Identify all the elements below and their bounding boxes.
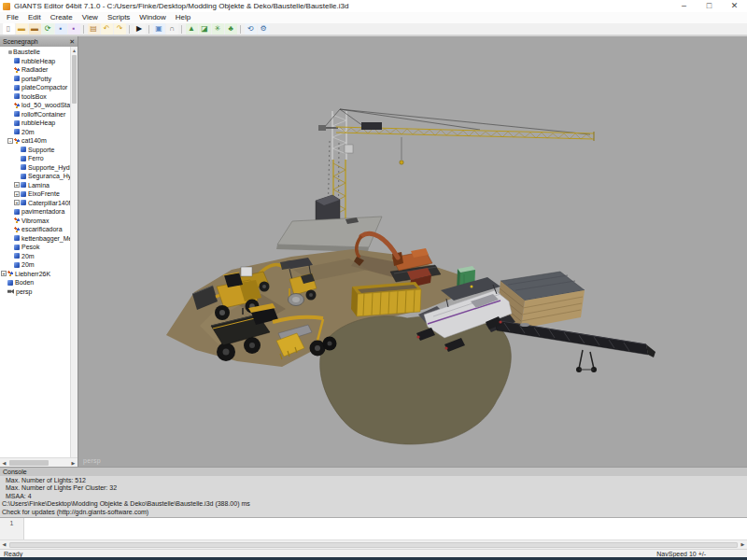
maximize-button[interactable]: □ [697,0,722,12]
undo-button[interactable]: ↶ [101,23,113,35]
scenegraph-node-radlader[interactable]: Radlader [0,65,70,75]
paste-button[interactable]: ▤ [88,23,100,35]
scenegraph-node-platecompactor[interactable]: plateCompactor [0,83,70,92]
expand-icon[interactable]: + [1,271,7,276]
scenegraph-horizontal-scrollbar[interactable]: ◀ ▶ [0,457,78,467]
terrain-detail-button[interactable]: ♣ [225,23,237,35]
scenegraph-node-supporte-hydraulic[interactable]: Supporte_Hydraulic [0,163,70,173]
transform-group-icon [14,138,20,144]
menu-create[interactable]: Create [46,12,78,23]
scenegraph-node-pavimentadora[interactable]: pavimentadora [0,207,70,217]
scroll-left-icon[interactable]: ◀ [0,460,8,466]
menu-scripts[interactable]: Scripts [103,12,134,23]
scenegraph-node-persp[interactable]: persp [0,287,70,297]
expand-icon[interactable]: + [14,182,20,188]
shape-node-icon [21,191,26,197]
scenegraph-node-escarificadora[interactable]: escarificadora [0,225,70,234]
node-label: Seguranca_Hydrauli [28,173,70,179]
reload-button[interactable]: ⟳ [42,23,54,35]
minimize-button[interactable]: – [671,0,697,12]
console-line: Check for updates (http://gdn.giants-sof… [0,509,747,516]
save-button[interactable]: ▪ [55,23,67,35]
viewport-3d[interactable]: persp [78,36,747,467]
collapse-icon[interactable]: - [7,138,13,144]
open-file-button[interactable]: ▬ [16,23,28,35]
menu-help[interactable]: Help [171,12,195,23]
frame-selection-button[interactable]: ▣ [153,23,165,35]
scenegraph-close-button[interactable]: ✕ [69,38,75,46]
scenegraph-node-cat140m[interactable]: -cat140m [0,136,70,146]
app-icon [3,3,10,10]
scenegraph-vertical-scrollbar[interactable]: ▲ [70,47,78,457]
compaction-roller[interactable] [286,258,317,306]
script-hscroll-thumb[interactable] [9,542,738,549]
script-input[interactable] [24,518,747,539]
shape-node-icon [14,76,20,81]
scenegraph-node-seguranca-hydrauli[interactable]: Seguranca_Hydrauli [0,172,70,181]
snap-button[interactable]: ∩ [166,23,178,35]
scroll-left-icon[interactable]: ◀ [0,540,8,549]
shape-node-icon [7,280,13,286]
scenegraph-node-caterpillar140m[interactable]: +Caterpillar140M [0,199,70,208]
node-label: pavimentadora [21,208,64,215]
shape-node-icon [14,120,20,126]
node-label: lod_50_woodStack04 [21,102,70,108]
scenegraph-node-rubbleheap[interactable]: rubbleHeap [0,119,70,128]
scenegraph-node-kettenbagger-mesh[interactable]: kettenbagger_Mesh [0,234,70,244]
terrain-foliage-button[interactable]: ✳ [212,23,224,35]
scenegraph-node-portapotty[interactable]: portaPotty [0,75,70,84]
scenegraph-node-lamina[interactable]: +Lamina [0,181,70,190]
scenegraph-vscroll-thumb[interactable] [72,55,77,104]
scenegraph-node-vibromax[interactable]: Vibromax [0,217,70,226]
node-label: Boden [15,279,34,286]
rolloff-container[interactable] [351,282,421,316]
settings-button[interactable]: ⚙ [258,23,270,35]
scenegraph-node-supporte[interactable]: Supporte [0,146,70,155]
scenegraph-node-lod-50-woodstack04[interactable]: lod_50_woodStack04 [0,101,70,110]
scenegraph-hscroll-thumb[interactable] [9,460,49,466]
console-title: Console [3,469,27,475]
play-button[interactable]: ▶ [134,23,146,35]
node-label: Vibromax [21,217,49,224]
import-button[interactable]: ▬ [29,23,41,35]
terrain-sculpt-button[interactable]: ▲ [186,23,198,35]
toolbar: ▯▬▬⟳▪▪▤↶↷▶▣∩▲◪✳♣⟲⚙ [0,23,747,35]
redo-button[interactable]: ↷ [114,23,126,35]
scenegraph-node-boden[interactable]: Boden [0,278,70,287]
scenegraph-node-pesok[interactable]: Pesok [0,243,70,252]
scenegraph-node-rolloffcontainer[interactable]: rolloffContainer [0,110,70,119]
scenegraph-node-baustelle[interactable]: Baustelle [0,48,70,57]
node-label: portaPotty [21,76,51,82]
menu-file[interactable]: File [2,12,23,23]
scroll-right-icon[interactable]: ▶ [69,460,78,466]
scroll-right-icon[interactable]: ▶ [739,540,747,549]
menu-window[interactable]: Window [134,12,170,23]
expand-icon[interactable]: + [14,200,20,205]
viewport-scene[interactable] [78,36,747,467]
scenegraph-node-20m[interactable]: 20m [0,252,70,261]
export-button[interactable]: ▪ [68,23,80,35]
scenegraph-node-20m[interactable]: 20m [0,128,70,137]
new-scene-button[interactable]: ▯ [3,23,15,35]
scenegraph-node-toolsbox[interactable]: toolsBox [0,92,70,102]
menu-view[interactable]: View [78,12,103,23]
close-button[interactable]: ✕ [722,0,747,12]
menu-bar: FileEditCreateViewScriptsWindowHelp [0,12,747,23]
script-horizontal-scrollbar[interactable]: ◀ ▶ [0,539,747,549]
scroll-up-icon[interactable]: ▲ [71,47,78,54]
root-node-icon [8,50,12,54]
terrain-paint-button[interactable]: ◪ [199,23,211,35]
node-label: Supporte_Hydraulic [28,164,70,171]
crane-winch-housing [361,122,382,130]
toolbar-separator [129,25,130,34]
scenegraph-panel: Scenegraph ✕ BaustellerubbleHeapRadlader… [0,36,78,467]
expand-icon[interactable]: + [14,191,20,197]
window-controls: – □ ✕ [671,0,747,12]
scenegraph-node-ferro[interactable]: Ferro [0,154,70,163]
scenegraph-node-eixofrente[interactable]: +EixoFrente [0,189,70,199]
reload-shaders-button[interactable]: ⟲ [245,23,257,35]
scenegraph-node-liebherr26k[interactable]: +Liebherr26K [0,270,70,279]
scenegraph-node-20m[interactable]: 20m [0,260,70,270]
scenegraph-node-rubbleheap[interactable]: rubbleHeap [0,57,70,66]
menu-edit[interactable]: Edit [23,12,46,23]
